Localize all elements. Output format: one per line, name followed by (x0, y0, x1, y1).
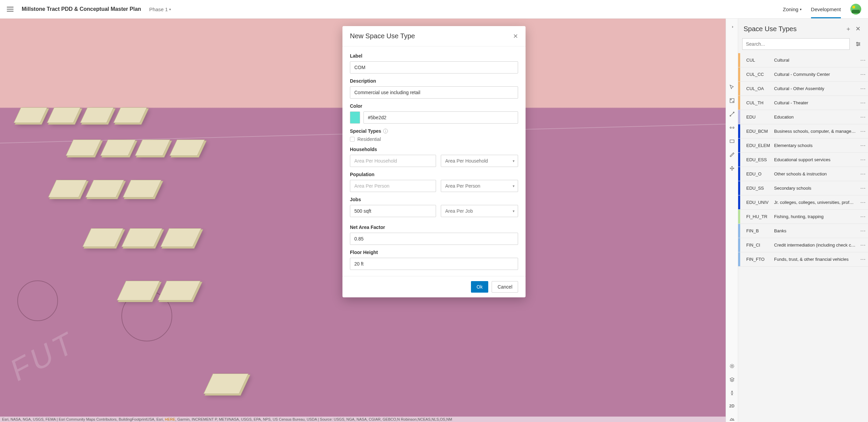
jobs-input[interactable] (350, 205, 436, 217)
floor-height-input[interactable] (350, 258, 518, 270)
floor-height-label: Floor Height (350, 250, 518, 255)
net-area-factor-label: Net Area Factor (350, 225, 518, 230)
households-unit-select[interactable]: Area Per Household (441, 155, 518, 167)
jobs-label: Jobs (350, 197, 518, 202)
modal-overlay: New Space Use Type ✕ Label Description C… (0, 19, 868, 422)
phase-label: Phase 1 (149, 6, 168, 12)
modal-close-button[interactable]: ✕ (513, 33, 518, 40)
households-input[interactable] (350, 155, 436, 167)
color-label: Color (350, 103, 518, 109)
description-input[interactable] (350, 86, 518, 99)
checkbox-icon (350, 137, 355, 142)
households-label: Households (350, 147, 518, 152)
user-avatar[interactable] (850, 4, 861, 15)
phase-dropdown[interactable]: Phase 1 (149, 6, 171, 12)
cancel-button[interactable]: Cancel (492, 281, 518, 293)
info-icon[interactable]: i (383, 129, 388, 133)
label-input[interactable] (350, 61, 518, 73)
nav-development[interactable]: Development (811, 0, 841, 18)
ok-button[interactable]: Ok (471, 281, 489, 293)
menu-icon[interactable] (7, 7, 14, 12)
project-title: Millstone Tract PDD & Conceptual Master … (22, 6, 141, 12)
population-label: Population (350, 172, 518, 177)
description-label: Description (350, 78, 518, 84)
net-area-factor-input[interactable] (350, 233, 518, 245)
special-types-label: Special Types i (350, 128, 518, 134)
label-label: Label (350, 53, 518, 59)
top-bar: Millstone Tract PDD & Conceptual Master … (0, 0, 868, 19)
color-input[interactable] (363, 111, 518, 124)
residential-label: Residential (357, 136, 381, 142)
new-space-use-type-modal: New Space Use Type ✕ Label Description C… (342, 26, 526, 297)
nav-zoning[interactable]: Zoning (783, 0, 802, 18)
residential-checkbox[interactable]: Residential (350, 136, 518, 142)
population-unit-select[interactable]: Area Per Person (441, 180, 518, 192)
modal-title: New Space Use Type (350, 32, 513, 40)
population-input[interactable] (350, 180, 436, 192)
color-swatch[interactable] (350, 111, 360, 124)
jobs-unit-select[interactable]: Area Per Job (441, 205, 518, 217)
